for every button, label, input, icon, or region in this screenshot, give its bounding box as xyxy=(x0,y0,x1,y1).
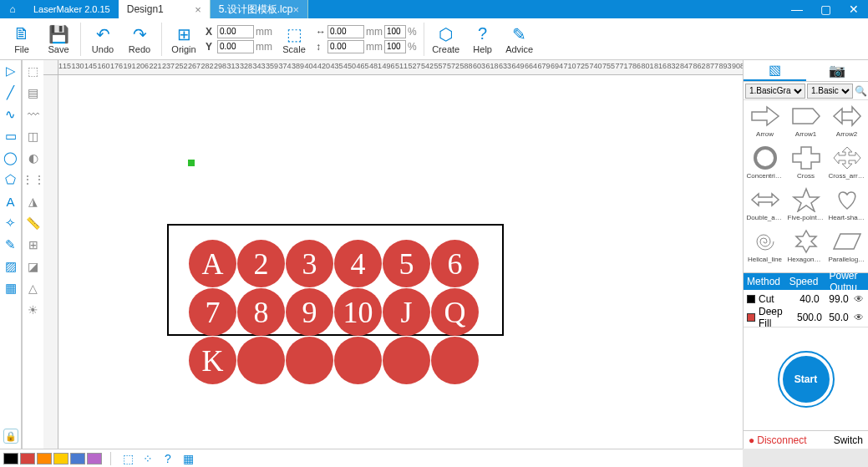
tab-design1[interactable]: Design1 × xyxy=(119,0,211,18)
circle-shape[interactable]: 2 xyxy=(237,240,285,287)
circle-shape[interactable]: 3 xyxy=(286,240,333,287)
circle-shape[interactable] xyxy=(334,337,382,384)
color-swatch[interactable] xyxy=(3,453,18,464)
scale-button[interactable]: ⬚Scale xyxy=(276,20,312,58)
camera-tab[interactable]: 📷 xyxy=(806,60,869,81)
category-select-1[interactable]: 1.BasicGra xyxy=(745,84,805,99)
disconnect-status[interactable]: Disconnect xyxy=(749,434,807,446)
circle-shape[interactable] xyxy=(237,337,285,384)
home-icon[interactable]: ⌂ xyxy=(0,0,25,18)
shape-Helical_line[interactable]: Helical_line xyxy=(745,229,784,269)
layers-icon[interactable]: ▤ xyxy=(26,85,41,100)
circle-shape[interactable]: A xyxy=(189,240,236,287)
circle-shape[interactable]: K xyxy=(189,337,236,384)
bucket-tool[interactable]: ▨ xyxy=(3,259,18,274)
search-icon[interactable]: 🔍 xyxy=(855,85,867,97)
shape-Cross_arrow[interactable]: Cross_arrow xyxy=(827,145,866,185)
color-swatch[interactable] xyxy=(70,453,85,464)
shape-Double_arrow[interactable]: Double_arrow xyxy=(745,187,784,227)
pw-input[interactable] xyxy=(384,25,406,38)
dots-icon[interactable]: ⋮⋮ xyxy=(26,172,41,187)
canvas[interactable]: A23456 78910JQ K xyxy=(58,75,743,449)
close-button[interactable]: ✕ xyxy=(840,0,868,18)
color-swatch[interactable] xyxy=(53,453,69,464)
advice-button[interactable]: ✎Advice xyxy=(501,20,538,58)
crop-icon[interactable]: ⬚ xyxy=(119,452,136,465)
question-icon[interactable]: ? xyxy=(160,452,176,465)
shape-Hexagonal_...[interactable]: Hexagonal_... xyxy=(786,229,825,269)
curve-tool[interactable]: ∿ xyxy=(3,107,18,122)
ruler-icon[interactable]: 📏 xyxy=(26,216,41,231)
switch-button[interactable]: Switch xyxy=(834,434,863,446)
start-button[interactable]: Start xyxy=(779,353,833,406)
shape-Five-pointe...[interactable]: Five-pointe... xyxy=(786,187,825,227)
save-button[interactable]: 💾Save xyxy=(40,20,77,58)
scatter-icon[interactable]: ⁘ xyxy=(140,452,156,465)
ph-input[interactable] xyxy=(384,40,406,53)
star-tool[interactable]: ✧ xyxy=(3,216,18,231)
circle-shape[interactable]: 7 xyxy=(189,288,236,336)
origin-marker[interactable] xyxy=(188,160,195,166)
grid-tool[interactable]: ▦ xyxy=(3,281,18,296)
layer-row[interactable]: Deep Fill500.050.0👁 xyxy=(744,308,868,327)
circle-shape[interactable]: 4 xyxy=(334,240,382,287)
color-swatch[interactable] xyxy=(87,453,102,464)
tab-template[interactable]: 5.设计图模板.lcp × xyxy=(211,0,308,18)
minimize-button[interactable]: ― xyxy=(783,0,811,18)
circle-shape[interactable] xyxy=(286,337,333,384)
close-icon[interactable]: × xyxy=(195,3,201,16)
box-icon[interactable]: ◫ xyxy=(26,129,41,144)
circle-shape[interactable]: Q xyxy=(431,288,479,336)
shape-a-icon[interactable]: ◮ xyxy=(26,194,41,209)
table-icon[interactable]: ⊞ xyxy=(26,237,41,252)
pencil-tool[interactable]: ✎ xyxy=(3,237,18,252)
shape-Arrow2[interactable]: Arrow2 xyxy=(827,104,866,144)
circle-shape[interactable]: J xyxy=(383,288,430,336)
ellipse-tool[interactable]: ◯ xyxy=(3,150,18,165)
help-button[interactable]: ?Help xyxy=(464,20,501,58)
undo-button[interactable]: ↶Undo xyxy=(84,20,121,58)
shape-Arrow1[interactable]: Arrow1 xyxy=(786,104,825,144)
line-tool[interactable]: ╱ xyxy=(3,85,18,100)
rect-tool[interactable]: ▭ xyxy=(3,129,18,144)
shape-b-icon[interactable]: ◪ xyxy=(26,259,41,274)
redo-button[interactable]: ↷Redo xyxy=(121,20,158,58)
shapes-tab[interactable]: ▧ xyxy=(744,60,806,81)
visibility-icon[interactable]: 👁 xyxy=(854,293,864,305)
shape-Parallelogram[interactable]: Parallelogram xyxy=(827,229,866,269)
category-select-2[interactable]: 1.Basic xyxy=(807,84,853,99)
circle-shape[interactable]: 5 xyxy=(383,240,430,287)
shape-Concentric_...[interactable]: Concentric_... xyxy=(745,145,784,185)
circle-shape[interactable]: 10 xyxy=(334,288,382,336)
maximize-button[interactable]: ▢ xyxy=(811,0,840,18)
select-tool[interactable]: ▷ xyxy=(3,63,18,79)
circle-shape[interactable]: 9 xyxy=(286,288,333,336)
close-icon[interactable]: × xyxy=(292,3,299,16)
circle-shape[interactable] xyxy=(383,337,430,384)
origin-button[interactable]: ⊞Origin xyxy=(165,20,202,58)
circle-shape[interactable]: 8 xyxy=(237,288,285,336)
file-button[interactable]: 🗎File xyxy=(3,20,40,58)
shape-Heart-shaped[interactable]: Heart-shaped xyxy=(827,187,866,227)
y-input[interactable] xyxy=(217,40,254,53)
text-tool[interactable]: A xyxy=(3,194,18,209)
circle-shape[interactable]: 6 xyxy=(431,240,479,287)
color-swatch[interactable] xyxy=(37,453,52,464)
circle-shape[interactable] xyxy=(431,337,479,384)
x-input[interactable] xyxy=(217,25,254,38)
wave-icon[interactable]: 〰 xyxy=(26,107,41,122)
shape-Arrow[interactable]: Arrow xyxy=(745,104,784,144)
shape-Cross[interactable]: Cross xyxy=(786,145,825,185)
polygon-tool[interactable]: ⬠ xyxy=(3,172,18,187)
marquee-tool[interactable]: ⬚ xyxy=(26,63,41,79)
visibility-icon[interactable]: 👁 xyxy=(854,312,864,323)
create-button[interactable]: ⬡Create xyxy=(428,20,464,58)
triangle-icon[interactable]: △ xyxy=(26,281,41,296)
circle-icon[interactable]: ◐ xyxy=(26,150,41,165)
lock-button[interactable]: 🔒 xyxy=(3,429,18,444)
color-swatch[interactable] xyxy=(20,453,35,464)
h-input[interactable] xyxy=(327,40,364,53)
sun-icon[interactable]: ☀ xyxy=(26,302,41,317)
w-input[interactable] xyxy=(327,25,364,38)
grid-icon[interactable]: ▦ xyxy=(180,452,196,465)
